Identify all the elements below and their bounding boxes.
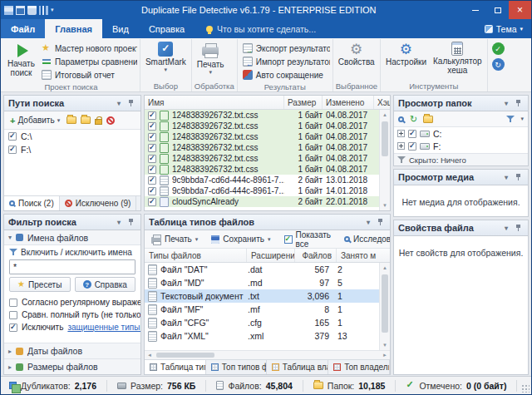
file-checkbox[interactable] — [148, 133, 156, 141]
panel-menu-button[interactable]: ▾ — [113, 216, 125, 228]
filter-checkbox-row[interactable]: Сравн. полный путь (не только им — [4, 309, 140, 321]
file-checkbox[interactable] — [148, 155, 156, 163]
pin-button[interactable] — [125, 216, 136, 228]
folder-checkbox[interactable] — [408, 130, 416, 138]
file-checkbox[interactable] — [148, 144, 156, 152]
lock-icon[interactable] — [95, 119, 102, 125]
save-icon[interactable] — [4, 6, 13, 15]
pin-button[interactable] — [125, 97, 136, 109]
types-table-row[interactable]: Файл "MD".md975 — [145, 276, 379, 289]
vertical-scrollbar[interactable]: ▲ ▼ — [379, 110, 390, 210]
types-table-row[interactable]: Файл "DAT".dat5672 — [145, 263, 379, 276]
update-circle-icon[interactable]: ↻ — [492, 58, 505, 71]
file-row[interactable]: 1248383926732.txt.css1 байт04.08.2017B85… — [145, 142, 379, 153]
close-button[interactable]: × — [509, 1, 531, 19]
add-path-button[interactable]: + Добавить ▾ — [7, 114, 62, 126]
types-panel-tab[interactable]: Таблица тип... — [145, 360, 206, 374]
file-checkbox[interactable] — [148, 198, 156, 206]
new-project-wizard-button[interactable]: Мастер нового проекта — [39, 42, 137, 55]
types-panel-tab[interactable]: Топ владель... — [328, 360, 390, 374]
pin-button[interactable] — [512, 171, 524, 183]
types-table-row[interactable]: Файл "MF".mf81 — [145, 303, 379, 316]
folder-checkbox[interactable] — [408, 142, 416, 151]
column-hash[interactable]: Хэш — [374, 96, 390, 109]
types-table-row[interactable]: Текстовый документ.txt3,0961 — [145, 289, 379, 303]
expander-icon[interactable] — [397, 142, 405, 150]
file-row[interactable]: 9c9bbda7-cd6d-444c-8961-7...1 байт14.01.… — [145, 185, 379, 196]
summary-report-button[interactable]: Итоговый отчет — [39, 68, 137, 81]
print-button[interactable]: Печать ▾ — [195, 39, 227, 76]
filter-checkbox[interactable] — [9, 311, 17, 319]
types-toolbar-button[interactable]: Показать все — [281, 229, 335, 250]
section-file-sizes[interactable]: ▸ Размеры файлов — [4, 358, 140, 374]
hash-calculator-button[interactable]: Калькуляторхеша — [431, 39, 485, 75]
column-extension[interactable]: Расширение — [247, 249, 295, 262]
pin-button[interactable] — [374, 216, 386, 228]
file-row[interactable]: 1248383926732.txt.css1 байт04.08.2017B85… — [145, 164, 379, 175]
file-checkbox[interactable] — [148, 122, 156, 131]
scrollbar-thumb[interactable] — [382, 121, 388, 156]
path-row[interactable]: F:\ — [4, 143, 140, 156]
file-checkbox[interactable] — [148, 165, 156, 174]
section-file-names[interactable]: ▾ Имена файлов — [4, 230, 140, 245]
scroll-up-icon[interactable]: ▲ — [380, 110, 390, 120]
search-icon[interactable] — [398, 116, 404, 122]
check-circle-icon[interactable]: ✓ — [492, 42, 505, 55]
panel-menu-button[interactable]: ▾ — [113, 97, 125, 109]
column-type[interactable]: Типы файлов — [145, 249, 247, 262]
pin-button[interactable] — [512, 222, 524, 234]
export-results-button[interactable]: Экспорт результатов — [240, 42, 330, 55]
panel-menu-button[interactable]: ▾ — [362, 216, 374, 228]
panel-menu-button[interactable]: ▾ — [500, 97, 512, 109]
print-icon[interactable] — [27, 6, 37, 15]
path-checkbox[interactable] — [8, 132, 17, 141]
browse-folder-icon[interactable] — [81, 116, 91, 124]
file-checkbox[interactable] — [148, 187, 156, 195]
path-row[interactable]: C:\ — [4, 130, 140, 143]
search-paths-tab[interactable]: Исключено (9) — [60, 196, 137, 210]
maximize-button[interactable] — [486, 1, 509, 19]
report-icon[interactable] — [39, 6, 48, 15]
folder-icon[interactable] — [423, 116, 433, 123]
scroll-down-icon[interactable]: ▼ — [380, 200, 390, 210]
file-row[interactable]: 1248383926732.txt.css1 байт04.08.2017B85… — [145, 153, 379, 164]
window-icon[interactable] — [16, 6, 25, 15]
minimize-button[interactable] — [464, 1, 486, 19]
types-panel-tab[interactable]: Таблица вла... — [267, 360, 328, 374]
help-button[interactable]: ? Справка — [75, 277, 136, 292]
folder-tree-row[interactable]: C: — [394, 127, 528, 140]
scrollbar-thumb[interactable] — [156, 353, 214, 358]
import-results-button[interactable]: Импорт результатов — [240, 55, 330, 68]
column-files[interactable]: Файлов — [295, 249, 337, 262]
file-row[interactable]: 1248383926732.txt.css1 байт04.08.2017B85… — [145, 110, 379, 121]
filename-pattern-input[interactable] — [9, 259, 135, 274]
tell-me-search[interactable]: Что вы хотите сделать... — [206, 19, 316, 38]
tab-help[interactable]: Справка — [139, 19, 195, 38]
types-table-row[interactable]: Файл "CFG".cfg1651 — [145, 316, 379, 329]
scroll-down-icon[interactable]: ▼ — [380, 340, 390, 350]
properties-button[interactable]: ⚙ Свойства — [336, 39, 377, 67]
scroll-right-icon[interactable]: ► — [380, 353, 390, 358]
file-row[interactable]: 1248383926732.txt.css1 байт04.08.2017B85… — [145, 121, 379, 131]
exclude-icon[interactable] — [106, 116, 115, 125]
edit-path-icon[interactable] — [66, 116, 76, 124]
panel-menu-button[interactable]: ▾ — [500, 222, 512, 234]
settings-button[interactable]: ⚙ Настройки — [383, 39, 429, 67]
theme-selector[interactable]: Тема ▾ — [476, 19, 531, 38]
vertical-scrollbar[interactable]: ▲ ▼ — [379, 263, 390, 350]
types-toolbar-button[interactable]: Сохранить▾ — [208, 233, 273, 245]
refresh-icon[interactable]: ↻ — [410, 115, 417, 124]
presets-button[interactable]: ★ Пресеты — [9, 277, 71, 292]
scrollbar-thumb[interactable] — [382, 274, 388, 333]
scroll-left-icon[interactable]: ◄ — [145, 353, 155, 358]
file-row[interactable]: 1248383926732.txt.css1 байт04.08.2017B85… — [145, 131, 379, 142]
tab-view[interactable]: Вид — [102, 19, 139, 38]
scroll-up-icon[interactable]: ▲ — [380, 263, 390, 273]
compare-options-button[interactable]: Параметры сравнения — [39, 55, 137, 68]
panel-menu-button[interactable]: ▾ — [500, 171, 512, 183]
pin-button[interactable] — [512, 97, 524, 109]
column-modified[interactable]: Изменено — [323, 96, 374, 109]
dropdown-arrow-icon[interactable]: ▾ — [520, 116, 524, 122]
search-paths-tab[interactable]: Поиск (2) — [4, 196, 60, 210]
column-name[interactable]: Имя — [145, 96, 284, 109]
